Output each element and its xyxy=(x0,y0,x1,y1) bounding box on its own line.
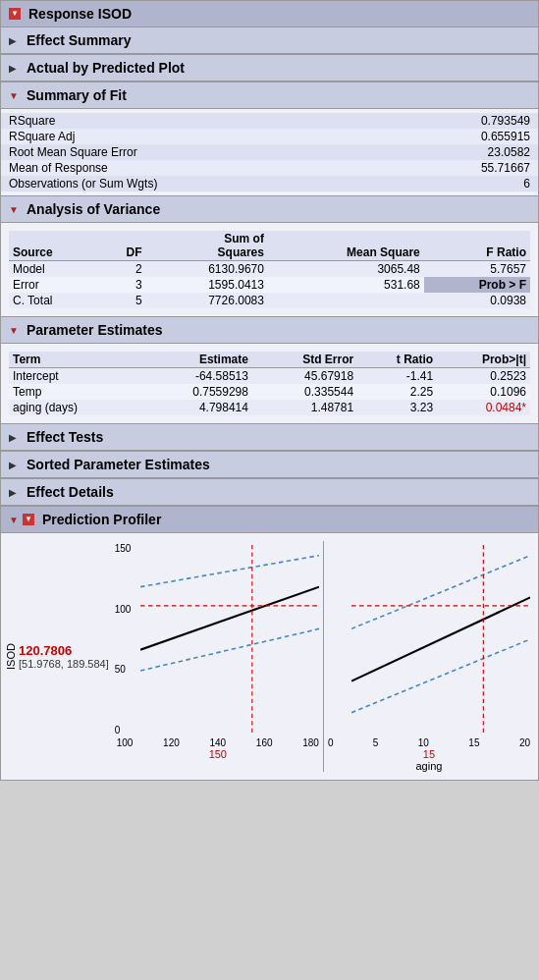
fit-row-name: Root Mean Square Error xyxy=(1,144,386,160)
prediction-profiler-content: ISOD 120.7806 [51.9768, 189.584] 150 xyxy=(1,533,538,780)
chart-svg-2 xyxy=(351,545,530,734)
anova-ms xyxy=(268,293,424,308)
triangle-down-icon-2 xyxy=(9,90,19,100)
anova-source: C. Total xyxy=(9,293,101,308)
svg-line-5 xyxy=(351,556,530,629)
param-estimates-header[interactable]: Parameter Estimates xyxy=(1,317,538,344)
fit-row-name: RSquare xyxy=(1,113,386,129)
svg-line-7 xyxy=(351,597,530,681)
effect-details-title: Effect Details xyxy=(27,484,114,500)
param-estimate: -64.58513 xyxy=(138,368,252,385)
anova-ms: 531.68 xyxy=(268,277,424,293)
anova-table-row: C. Total 5 7726.0083 0.0938 xyxy=(9,293,530,308)
triangle-down-icon-5 xyxy=(9,515,19,524)
fit-row-value: 6 xyxy=(386,176,538,191)
anova-source: Error xyxy=(9,277,101,293)
triangle-down-icon-4 xyxy=(9,325,19,335)
effect-summary-title: Effect Summary xyxy=(27,32,132,48)
param-col-term: Term xyxy=(9,352,138,368)
actual-by-predicted-header[interactable]: Actual by Predicted Plot xyxy=(1,55,538,82)
anova-col-ms: Mean Square xyxy=(268,231,424,261)
sorted-param-header[interactable]: Sorted Parameter Estimates xyxy=(1,452,538,478)
anova-f: Prob > F xyxy=(424,277,530,293)
fit-row-name: RSquare Adj xyxy=(1,129,386,144)
param-stderr: 45.67918 xyxy=(252,368,357,385)
svg-line-1 xyxy=(140,628,319,671)
param-prob: 0.2523 xyxy=(437,368,530,385)
profiler-inner: ISOD 120.7806 [51.9768, 189.584] 150 xyxy=(5,541,534,772)
summary-of-fit-content: RSquare0.793549RSquare Adj0.655915Root M… xyxy=(1,109,538,195)
profiler-container: ISOD 120.7806 [51.9768, 189.584] 150 xyxy=(1,537,538,776)
fit-row-value: 0.655915 xyxy=(386,129,538,144)
chart-xaxis-1: 100 120 140 160 180 xyxy=(113,737,323,748)
triangle-down-icon-3 xyxy=(9,204,19,214)
y-axis-labels-1: 150 100 50 0 xyxy=(113,541,140,737)
response-isod-title: Response ISOD xyxy=(28,6,132,22)
anova-df: 3 xyxy=(101,277,146,293)
chart-aging-canvas xyxy=(324,541,534,737)
anova-f: 5.7657 xyxy=(424,261,530,278)
triangle-right-icon-3 xyxy=(9,432,19,442)
param-term: Intercept xyxy=(9,368,138,385)
chart-svg-1 xyxy=(140,545,319,734)
fit-row-value: 55.71667 xyxy=(386,160,538,176)
fit-table-row: RSquare Adj0.655915 xyxy=(1,129,538,144)
profiler-value-block: 120.7806 [51.9768, 189.584] xyxy=(19,541,109,772)
effect-details-header[interactable]: Effect Details xyxy=(1,479,538,506)
param-estimates-content: Term Estimate Std Error t Ratio Prob>|t|… xyxy=(1,344,538,423)
chart-xaxis-2: 0 5 10 15 20 xyxy=(324,737,534,748)
param-prob: 0.0484* xyxy=(437,400,530,415)
anova-df: 5 xyxy=(101,293,146,308)
effect-summary-header[interactable]: Effect Summary xyxy=(1,27,538,54)
triangle-small-icon: ▼ xyxy=(23,514,34,525)
anova-col-f: F Ratio xyxy=(424,231,530,261)
anova-table-row: Error 3 1595.0413 531.68 Prob > F xyxy=(9,277,530,293)
fit-table-row: RSquare0.793549 xyxy=(1,113,538,129)
triangle-down-icon: ▼ xyxy=(9,8,21,20)
anova-table-row: Model 2 6130.9670 3065.48 5.7657 xyxy=(9,261,530,278)
prediction-profiler-header[interactable]: ▼ Prediction Profiler xyxy=(1,507,538,533)
anova-col-df: DF xyxy=(101,231,146,261)
response-isod-header[interactable]: ▼ Response ISOD xyxy=(1,1,538,27)
param-estimate: 4.798414 xyxy=(138,400,252,415)
param-table-row: Temp 0.7559298 0.335544 2.25 0.1096 xyxy=(9,384,530,400)
anova-ss: 6130.9670 xyxy=(146,261,268,278)
param-tratio: -1.41 xyxy=(357,368,437,385)
summary-of-fit-title: Summary of Fit xyxy=(27,87,127,103)
param-col-prob: Prob>|t| xyxy=(437,352,530,368)
profiler-main-value: 120.7806 xyxy=(19,643,109,658)
chart-aging: 0 5 10 15 20 15 aging xyxy=(323,541,534,772)
anova-table: Source DF Sum ofSquares Mean Square F Ra… xyxy=(9,231,530,308)
param-stderr: 1.48781 xyxy=(252,400,357,415)
fit-table-row: Observations (or Sum Wgts)6 xyxy=(1,176,538,191)
profiler-ci: [51.9768, 189.584] xyxy=(19,658,109,670)
param-col-estimate: Estimate xyxy=(138,352,252,368)
fit-row-name: Mean of Response xyxy=(1,160,386,176)
chart-xlabel-2: 15 xyxy=(324,748,534,760)
chart-xlabel-1: 150 xyxy=(113,748,323,760)
fit-table-row: Root Mean Square Error23.0582 xyxy=(1,144,538,160)
anova-header[interactable]: Analysis of Variance xyxy=(1,196,538,223)
param-table: Term Estimate Std Error t Ratio Prob>|t|… xyxy=(9,352,530,415)
anova-ss: 7726.0083 xyxy=(146,293,268,308)
chart-temp: 150 100 50 0 xyxy=(113,541,323,772)
fit-row-value: 23.0582 xyxy=(386,144,538,160)
param-table-row: Intercept -64.58513 45.67918 -1.41 0.252… xyxy=(9,368,530,385)
chart-xname-2: aging xyxy=(324,760,534,772)
anova-title: Analysis of Variance xyxy=(27,201,160,217)
charts-area: 150 100 50 0 xyxy=(113,541,534,772)
y-axis-labels-2 xyxy=(324,541,351,737)
param-col-stderr: Std Error xyxy=(252,352,357,368)
anova-ss: 1595.0413 xyxy=(146,277,268,293)
anova-df: 2 xyxy=(101,261,146,278)
anova-ms: 3065.48 xyxy=(268,261,424,278)
param-estimate: 0.7559298 xyxy=(138,384,252,400)
chart-plot-area-1 xyxy=(140,545,319,734)
param-term: aging (days) xyxy=(9,400,138,415)
effect-tests-header[interactable]: Effect Tests xyxy=(1,424,538,451)
param-tratio: 2.25 xyxy=(357,384,437,400)
summary-of-fit-header[interactable]: Summary of Fit xyxy=(1,82,538,109)
triangle-right-icon xyxy=(9,35,19,45)
effect-tests-title: Effect Tests xyxy=(27,429,103,445)
param-estimates-title: Parameter Estimates xyxy=(27,322,163,338)
